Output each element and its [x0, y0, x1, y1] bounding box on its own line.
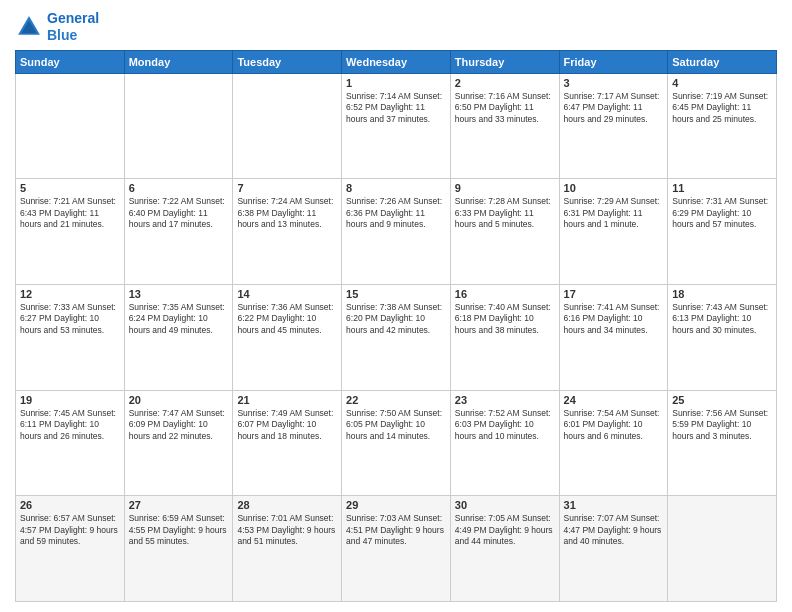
day-info: Sunrise: 6:59 AM Sunset: 4:55 PM Dayligh…: [129, 513, 229, 547]
day-cell: [124, 73, 233, 179]
day-info: Sunrise: 7:28 AM Sunset: 6:33 PM Dayligh…: [455, 196, 555, 230]
day-number: 26: [20, 499, 120, 511]
day-cell: 4Sunrise: 7:19 AM Sunset: 6:45 PM Daylig…: [668, 73, 777, 179]
day-cell: 17Sunrise: 7:41 AM Sunset: 6:16 PM Dayli…: [559, 284, 668, 390]
day-info: Sunrise: 7:49 AM Sunset: 6:07 PM Dayligh…: [237, 408, 337, 442]
day-cell: 6Sunrise: 7:22 AM Sunset: 6:40 PM Daylig…: [124, 179, 233, 285]
day-number: 20: [129, 394, 229, 406]
day-cell: 23Sunrise: 7:52 AM Sunset: 6:03 PM Dayli…: [450, 390, 559, 496]
day-cell: 21Sunrise: 7:49 AM Sunset: 6:07 PM Dayli…: [233, 390, 342, 496]
day-info: Sunrise: 7:07 AM Sunset: 4:47 PM Dayligh…: [564, 513, 664, 547]
page: General Blue SundayMondayTuesdayWednesda…: [0, 0, 792, 612]
weekday-header-row: SundayMondayTuesdayWednesdayThursdayFrid…: [16, 50, 777, 73]
day-cell: 24Sunrise: 7:54 AM Sunset: 6:01 PM Dayli…: [559, 390, 668, 496]
day-number: 25: [672, 394, 772, 406]
day-cell: 22Sunrise: 7:50 AM Sunset: 6:05 PM Dayli…: [342, 390, 451, 496]
day-cell: 5Sunrise: 7:21 AM Sunset: 6:43 PM Daylig…: [16, 179, 125, 285]
week-row-4: 26Sunrise: 6:57 AM Sunset: 4:57 PM Dayli…: [16, 496, 777, 602]
day-number: 10: [564, 182, 664, 194]
day-info: Sunrise: 7:50 AM Sunset: 6:05 PM Dayligh…: [346, 408, 446, 442]
day-cell: 26Sunrise: 6:57 AM Sunset: 4:57 PM Dayli…: [16, 496, 125, 602]
day-info: Sunrise: 7:36 AM Sunset: 6:22 PM Dayligh…: [237, 302, 337, 336]
day-number: 4: [672, 77, 772, 89]
day-info: Sunrise: 7:40 AM Sunset: 6:18 PM Dayligh…: [455, 302, 555, 336]
day-cell: 20Sunrise: 7:47 AM Sunset: 6:09 PM Dayli…: [124, 390, 233, 496]
day-number: 27: [129, 499, 229, 511]
day-number: 21: [237, 394, 337, 406]
day-cell: 30Sunrise: 7:05 AM Sunset: 4:49 PM Dayli…: [450, 496, 559, 602]
day-info: Sunrise: 7:47 AM Sunset: 6:09 PM Dayligh…: [129, 408, 229, 442]
day-number: 6: [129, 182, 229, 194]
day-cell: 1Sunrise: 7:14 AM Sunset: 6:52 PM Daylig…: [342, 73, 451, 179]
header: General Blue: [15, 10, 777, 44]
day-number: 11: [672, 182, 772, 194]
day-info: Sunrise: 7:03 AM Sunset: 4:51 PM Dayligh…: [346, 513, 446, 547]
day-number: 22: [346, 394, 446, 406]
logo: General Blue: [15, 10, 99, 44]
day-cell: 3Sunrise: 7:17 AM Sunset: 6:47 PM Daylig…: [559, 73, 668, 179]
day-number: 8: [346, 182, 446, 194]
day-info: Sunrise: 7:43 AM Sunset: 6:13 PM Dayligh…: [672, 302, 772, 336]
day-number: 23: [455, 394, 555, 406]
logo-icon: [15, 13, 43, 41]
day-cell: 7Sunrise: 7:24 AM Sunset: 6:38 PM Daylig…: [233, 179, 342, 285]
day-number: 24: [564, 394, 664, 406]
day-number: 15: [346, 288, 446, 300]
day-number: 16: [455, 288, 555, 300]
day-number: 29: [346, 499, 446, 511]
day-cell: 10Sunrise: 7:29 AM Sunset: 6:31 PM Dayli…: [559, 179, 668, 285]
weekday-header-saturday: Saturday: [668, 50, 777, 73]
day-cell: 27Sunrise: 6:59 AM Sunset: 4:55 PM Dayli…: [124, 496, 233, 602]
day-number: 12: [20, 288, 120, 300]
day-number: 9: [455, 182, 555, 194]
weekday-header-monday: Monday: [124, 50, 233, 73]
day-cell: 14Sunrise: 7:36 AM Sunset: 6:22 PM Dayli…: [233, 284, 342, 390]
day-number: 13: [129, 288, 229, 300]
day-info: Sunrise: 7:41 AM Sunset: 6:16 PM Dayligh…: [564, 302, 664, 336]
day-cell: 2Sunrise: 7:16 AM Sunset: 6:50 PM Daylig…: [450, 73, 559, 179]
day-info: Sunrise: 7:14 AM Sunset: 6:52 PM Dayligh…: [346, 91, 446, 125]
day-cell: 9Sunrise: 7:28 AM Sunset: 6:33 PM Daylig…: [450, 179, 559, 285]
weekday-header-tuesday: Tuesday: [233, 50, 342, 73]
day-cell: [16, 73, 125, 179]
day-info: Sunrise: 7:17 AM Sunset: 6:47 PM Dayligh…: [564, 91, 664, 125]
week-row-3: 19Sunrise: 7:45 AM Sunset: 6:11 PM Dayli…: [16, 390, 777, 496]
day-info: Sunrise: 7:31 AM Sunset: 6:29 PM Dayligh…: [672, 196, 772, 230]
day-info: Sunrise: 7:19 AM Sunset: 6:45 PM Dayligh…: [672, 91, 772, 125]
day-number: 31: [564, 499, 664, 511]
day-number: 17: [564, 288, 664, 300]
day-number: 30: [455, 499, 555, 511]
day-number: 7: [237, 182, 337, 194]
day-info: Sunrise: 7:56 AM Sunset: 5:59 PM Dayligh…: [672, 408, 772, 442]
day-cell: 12Sunrise: 7:33 AM Sunset: 6:27 PM Dayli…: [16, 284, 125, 390]
day-info: Sunrise: 7:21 AM Sunset: 6:43 PM Dayligh…: [20, 196, 120, 230]
day-cell: [668, 496, 777, 602]
week-row-2: 12Sunrise: 7:33 AM Sunset: 6:27 PM Dayli…: [16, 284, 777, 390]
calendar: SundayMondayTuesdayWednesdayThursdayFrid…: [15, 50, 777, 602]
day-info: Sunrise: 7:26 AM Sunset: 6:36 PM Dayligh…: [346, 196, 446, 230]
day-cell: 16Sunrise: 7:40 AM Sunset: 6:18 PM Dayli…: [450, 284, 559, 390]
day-cell: [233, 73, 342, 179]
day-info: Sunrise: 7:54 AM Sunset: 6:01 PM Dayligh…: [564, 408, 664, 442]
weekday-header-wednesday: Wednesday: [342, 50, 451, 73]
day-cell: 19Sunrise: 7:45 AM Sunset: 6:11 PM Dayli…: [16, 390, 125, 496]
day-info: Sunrise: 7:35 AM Sunset: 6:24 PM Dayligh…: [129, 302, 229, 336]
day-number: 1: [346, 77, 446, 89]
day-cell: 18Sunrise: 7:43 AM Sunset: 6:13 PM Dayli…: [668, 284, 777, 390]
day-cell: 29Sunrise: 7:03 AM Sunset: 4:51 PM Dayli…: [342, 496, 451, 602]
day-number: 14: [237, 288, 337, 300]
day-number: 2: [455, 77, 555, 89]
weekday-header-friday: Friday: [559, 50, 668, 73]
day-info: Sunrise: 6:57 AM Sunset: 4:57 PM Dayligh…: [20, 513, 120, 547]
day-cell: 13Sunrise: 7:35 AM Sunset: 6:24 PM Dayli…: [124, 284, 233, 390]
weekday-header-sunday: Sunday: [16, 50, 125, 73]
day-info: Sunrise: 7:22 AM Sunset: 6:40 PM Dayligh…: [129, 196, 229, 230]
week-row-0: 1Sunrise: 7:14 AM Sunset: 6:52 PM Daylig…: [16, 73, 777, 179]
weekday-header-thursday: Thursday: [450, 50, 559, 73]
day-number: 19: [20, 394, 120, 406]
day-info: Sunrise: 7:33 AM Sunset: 6:27 PM Dayligh…: [20, 302, 120, 336]
day-info: Sunrise: 7:38 AM Sunset: 6:20 PM Dayligh…: [346, 302, 446, 336]
day-number: 5: [20, 182, 120, 194]
day-info: Sunrise: 7:45 AM Sunset: 6:11 PM Dayligh…: [20, 408, 120, 442]
day-info: Sunrise: 7:24 AM Sunset: 6:38 PM Dayligh…: [237, 196, 337, 230]
